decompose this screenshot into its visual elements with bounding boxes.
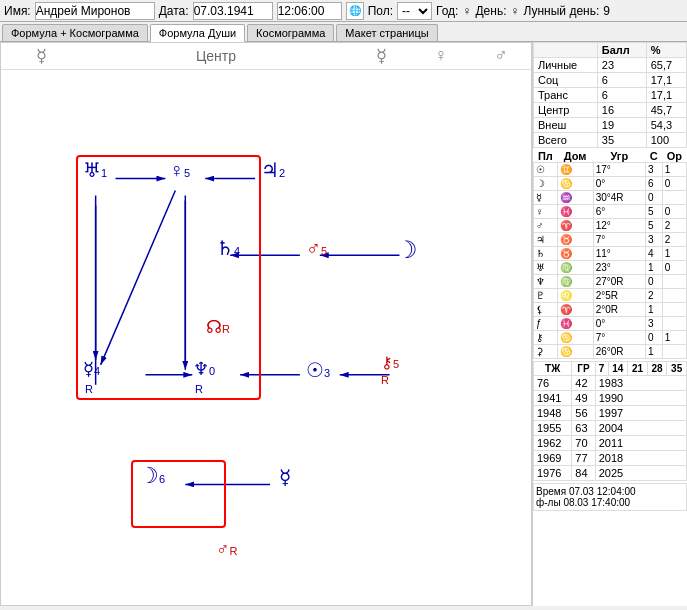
planet-table: Пл Дом Угр С Ор ☉ ♊ 17° 3 1☽ ♋: [533, 150, 687, 359]
years-col2: 84: [572, 466, 595, 481]
years-row: 76 42 1983: [534, 376, 687, 391]
planet-dom: ♍: [557, 275, 593, 289]
planet-row: ☽ ♋ 0° 6 0: [534, 177, 687, 191]
den-label: День:: [475, 4, 506, 18]
planet-c: 1: [645, 261, 662, 275]
planet-sym: ⚸: [534, 303, 558, 317]
years-col1: 1962: [534, 436, 572, 451]
score-table: Балл % Личные 23 65,7Соц 6 17,1Транс 6 1…: [533, 42, 687, 148]
planet-sym: ♅: [534, 261, 558, 275]
tab-maket[interactable]: Макет страницы: [336, 24, 437, 41]
planet-or: [662, 289, 686, 303]
years-header-cell: 7: [595, 362, 608, 376]
score-ball: 16: [597, 103, 646, 118]
score-pct: 54,3: [646, 118, 686, 133]
score-ball: 19: [597, 118, 646, 133]
planet-dom: ♉: [557, 233, 593, 247]
planet-dom: ♋: [557, 345, 593, 359]
planet-dom: ♋: [557, 177, 593, 191]
score-row: Личные 23 65,7: [534, 58, 687, 73]
globe-button[interactable]: 🌐: [346, 2, 364, 20]
planet-row: ƒ ♓ 0° 3: [534, 317, 687, 331]
years-col1: 1948: [534, 406, 572, 421]
planet-c: 4: [645, 247, 662, 261]
tab-formula-dushi[interactable]: Формула Души: [150, 24, 245, 42]
planet-row: ☿ ♒ 30°4R 0: [534, 191, 687, 205]
jupiter-symbol: ♃2: [261, 160, 285, 180]
date-input[interactable]: [193, 2, 273, 20]
score-row: Всего 35 100: [534, 133, 687, 148]
planet-ugr: 2°0R: [593, 303, 645, 317]
score-label: Личные: [534, 58, 598, 73]
planet-or: [662, 303, 686, 317]
score-pct: 17,1: [646, 88, 686, 103]
time-input[interactable]: [277, 2, 342, 20]
red-box-upper: [76, 155, 261, 400]
fls-label: ф-лы: [536, 497, 561, 508]
planet-or: [662, 345, 686, 359]
years-col2: 49: [572, 391, 595, 406]
pol-select[interactable]: --: [397, 2, 432, 20]
planet-or: 0: [662, 205, 686, 219]
planet-ugr: 23°: [593, 261, 645, 275]
name-label: Имя:: [4, 4, 31, 18]
planet-c: 3: [645, 233, 662, 247]
years-col3: 1997: [595, 406, 686, 421]
years-col2: 63: [572, 421, 595, 436]
right-panel: Балл % Личные 23 65,7Соц 6 17,1Транс 6 1…: [532, 42, 687, 606]
planet-dom: ♒: [557, 191, 593, 205]
planet-or: 2: [662, 219, 686, 233]
planet-col-pla: Пл: [534, 150, 558, 163]
planet-row: ♀ ♓ 6° 5 0: [534, 205, 687, 219]
planet-col-c: С: [645, 150, 662, 163]
score-row: Транс 6 17,1: [534, 88, 687, 103]
years-row: 1941 49 1990: [534, 391, 687, 406]
planet-ugr: 26°0R: [593, 345, 645, 359]
planet-dom: ♓: [557, 205, 593, 219]
planet-or: 1: [662, 247, 686, 261]
mars-symbol: ♂5: [306, 238, 327, 258]
planet-dom: ♋: [557, 331, 593, 345]
fls-row: ф-лы 08.03 17:40:00: [536, 497, 684, 508]
years-col1: 1969: [534, 451, 572, 466]
tab-kosmogramma[interactable]: Космограмма: [247, 24, 334, 41]
planet-dom: ♈: [557, 219, 593, 233]
planet-c: 3: [645, 163, 662, 177]
name-input[interactable]: [35, 2, 155, 20]
score-col-empty: [534, 43, 598, 58]
col-mercury-left: ☿: [1, 45, 81, 67]
tab-formula-kosmo[interactable]: Формула + Космограмма: [2, 24, 148, 41]
score-ball: 6: [597, 73, 646, 88]
score-ball: 23: [597, 58, 646, 73]
score-label: Центр: [534, 103, 598, 118]
score-ball: 35: [597, 133, 646, 148]
years-col3: 1983: [595, 376, 686, 391]
planet-sym: ƒ: [534, 317, 558, 331]
planet-row: ⚳ ♋ 26°0R 1: [534, 345, 687, 359]
planet-sym: ♃: [534, 233, 558, 247]
planet-ugr: 7°: [593, 331, 645, 345]
planet-row: ⚸ ♈ 2°0R 1: [534, 303, 687, 317]
planet-c: 5: [645, 219, 662, 233]
planet-or: 0: [662, 177, 686, 191]
score-row: Центр 16 45,7: [534, 103, 687, 118]
planet-sym: ☿: [534, 191, 558, 205]
bottom-info: Время 07.03 12:04:00 ф-лы 08.03 17:40:00: [533, 483, 687, 511]
planet-c: 5: [645, 205, 662, 219]
planet-c: 1: [645, 345, 662, 359]
planet-row: ♃ ♉ 7° 3 2: [534, 233, 687, 247]
planet-sym: ♇: [534, 289, 558, 303]
planet-ugr: 11°: [593, 247, 645, 261]
planet-col-dom: Дом: [557, 150, 593, 163]
years-col3: 2018: [595, 451, 686, 466]
planet-row: ⚷ ♋ 7° 0 1: [534, 331, 687, 345]
time-row: Время 07.03 12:04:00: [536, 486, 684, 497]
main-area: ☿ Центр ☿ ♀ ♂: [0, 42, 687, 606]
years-col2: 56: [572, 406, 595, 421]
years-header-cell: ТЖ: [534, 362, 572, 376]
moon-bottom-symbol: ☽6: [139, 465, 165, 487]
years-header-cell: 14: [608, 362, 628, 376]
node-symbol: ☊R: [206, 318, 230, 336]
years-row: 1948 56 1997: [534, 406, 687, 421]
god-label: Год:: [436, 4, 458, 18]
